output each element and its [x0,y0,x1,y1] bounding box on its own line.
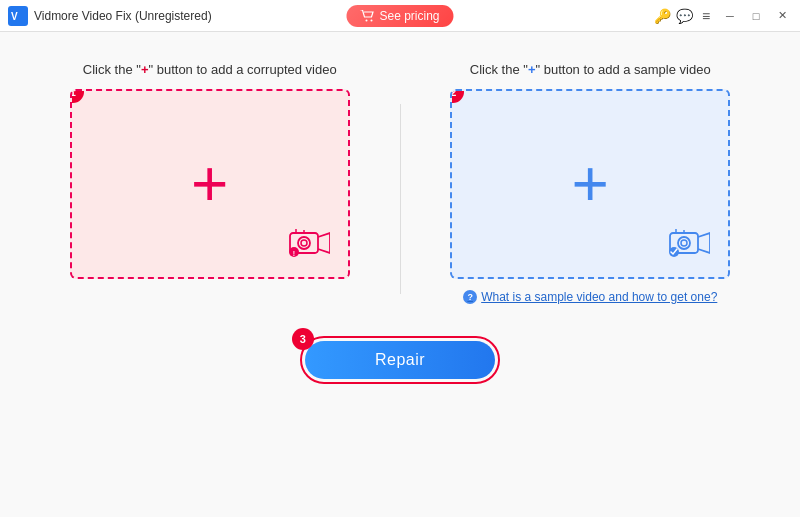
repair-button[interactable]: Repair [305,341,495,379]
main-content: Click the "+" button to add a corrupted … [0,32,800,517]
see-pricing-button[interactable]: See pricing [346,5,453,27]
repair-area: 3 Repair [300,336,500,384]
step-3-badge: 3 [292,328,314,350]
title-bar: V Vidmore Video Fix (Unregistered) See p… [0,0,800,32]
svg-point-12 [678,237,690,249]
svg-text:!: ! [293,250,295,257]
app-logo-icon: V [8,6,28,26]
minimize-button[interactable]: ─ [720,6,740,26]
sample-video-help-link[interactable]: ? What is a sample video and how to get … [463,289,717,306]
chat-icon[interactable]: 💬 [676,8,692,24]
svg-point-3 [370,19,372,21]
panel-divider [400,104,401,294]
corrupted-plus-char: + [141,62,149,77]
cart-icon [360,10,374,22]
svg-point-13 [681,240,687,246]
sample-video-label: Click the "+" button to add a sample vid… [470,62,711,77]
svg-point-6 [301,240,307,246]
corrupted-video-dropzone[interactable]: 1 + ! [70,89,350,279]
menu-icon[interactable]: ≡ [698,8,714,24]
svg-point-2 [365,19,367,21]
corrupted-add-icon: + [191,152,228,216]
upload-area: Click the "+" button to add a corrupted … [40,62,760,306]
maximize-button[interactable]: □ [746,6,766,26]
corrupted-video-label: Click the "+" button to add a corrupted … [83,62,337,77]
sample-plus-char: + [528,62,536,77]
step-2-badge: 2 [450,89,464,103]
sample-add-icon: + [572,152,609,216]
sample-video-panel: Click the "+" button to add a sample vid… [421,62,761,306]
app-title: Vidmore Video Fix (Unregistered) [34,9,212,23]
svg-point-5 [298,237,310,249]
title-center: See pricing [346,5,453,27]
key-icon[interactable]: 🔑 [654,8,670,24]
help-icon: ? [463,290,477,304]
step-1-badge: 1 [70,89,84,103]
repair-button-wrapper: 3 Repair [300,336,500,384]
sample-camera-icon [666,227,710,259]
svg-text:V: V [11,11,18,22]
corrupted-camera-icon: ! [286,227,330,259]
see-pricing-label: See pricing [379,9,439,23]
close-button[interactable]: ✕ [772,6,792,26]
corrupted-video-panel: Click the "+" button to add a corrupted … [40,62,380,279]
title-right: 🔑 💬 ≡ ─ □ ✕ [654,6,792,26]
sample-video-dropzone[interactable]: 2 + [450,89,730,279]
title-left: V Vidmore Video Fix (Unregistered) [8,6,212,26]
